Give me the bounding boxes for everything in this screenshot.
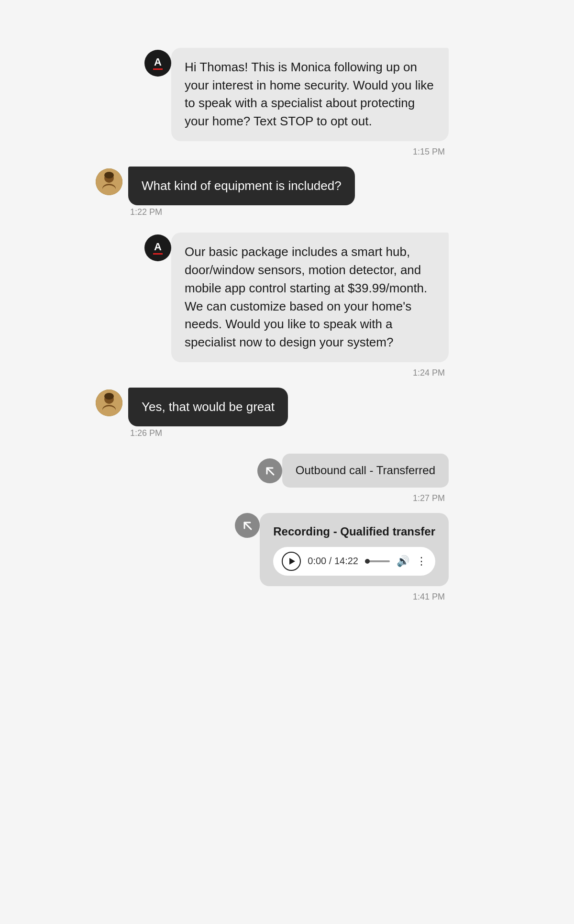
transfer-svg-icon	[263, 464, 276, 478]
svg-point-4	[102, 185, 116, 194]
chat-container: Hi Thomas! This is Monica following up o…	[81, 19, 493, 631]
message-row-5: Outbound call - Transferred	[91, 454, 483, 488]
bubble-wrapper-2: What kind of equipment is included? 1:22…	[128, 167, 355, 218]
progress-track[interactable]	[365, 560, 390, 562]
timestamp-3: 1:24 PM	[413, 368, 445, 378]
time-total: 14:22	[334, 556, 358, 566]
svg-point-9	[102, 406, 116, 415]
bubble-text-1: Hi Thomas! This is Monica following up o…	[185, 60, 434, 128]
ai-avatar-bar	[153, 68, 163, 70]
ai-avatar-1: A	[144, 50, 171, 77]
message-row-4: Yes, that would be great 1:26 PM	[91, 388, 483, 439]
user-avatar-2	[96, 390, 122, 416]
ai-avatar-letter-2: A	[154, 242, 162, 252]
play-icon	[288, 557, 296, 565]
bubble-wrapper-1: Hi Thomas! This is Monica following up o…	[171, 48, 449, 141]
audio-player[interactable]: 0:00 / 14:22 🔊 ⋮	[273, 547, 435, 576]
volume-icon[interactable]: 🔊	[397, 554, 409, 569]
play-button[interactable]	[282, 552, 301, 571]
incoming-bubble-2: What kind of equipment is included?	[128, 167, 355, 206]
ai-avatar-bar-2	[153, 253, 163, 255]
timestamp-6: 1:41 PM	[413, 592, 445, 602]
more-options-icon[interactable]: ⋮	[416, 554, 427, 569]
message-row-6: Recording - Qualified transfer 0:00 / 14…	[91, 513, 483, 586]
timestamp-2: 1:22 PM	[130, 207, 162, 217]
bubble-text-3: Our basic package includes a smart hub, …	[185, 245, 427, 349]
transfer-icon-2	[235, 513, 260, 538]
bubble-wrapper-4: Yes, that would be great 1:26 PM	[128, 388, 288, 439]
system-bubble-5: Outbound call - Transferred	[282, 454, 449, 488]
bubble-text-4: Yes, that would be great	[142, 400, 275, 414]
incoming-bubble-4: Yes, that would be great	[128, 388, 288, 427]
svg-point-7	[104, 393, 114, 400]
outgoing-bubble-1: Hi Thomas! This is Monica following up o…	[171, 48, 449, 141]
recording-bubble-6: Recording - Qualified transfer 0:00 / 14…	[260, 513, 449, 586]
ai-avatar-letter: A	[154, 57, 162, 67]
timestamp-4: 1:26 PM	[130, 428, 162, 438]
message-row-2: What kind of equipment is included? 1:22…	[91, 167, 483, 218]
timestamp-1: 1:15 PM	[413, 147, 445, 157]
user-avatar-1	[96, 168, 122, 195]
message-row-3: Our basic package includes a smart hub, …	[91, 233, 483, 362]
time-current: 0:00	[308, 556, 326, 566]
transfer-icon-1	[257, 458, 282, 483]
bubble-text-2: What kind of equipment is included?	[142, 178, 342, 193]
recording-title: Recording - Qualified transfer	[273, 523, 435, 540]
ai-avatar-2: A	[144, 234, 171, 261]
outgoing-bubble-3: Our basic package includes a smart hub, …	[171, 233, 449, 362]
system-text-5: Outbound call - Transferred	[296, 464, 435, 477]
svg-marker-10	[289, 558, 295, 565]
bubble-wrapper-3: Our basic package includes a smart hub, …	[171, 233, 449, 362]
time-separator: /	[329, 556, 334, 566]
timestamp-5: 1:27 PM	[413, 493, 445, 503]
svg-point-2	[104, 172, 114, 178]
message-row-1: Hi Thomas! This is Monica following up o…	[91, 48, 483, 141]
time-display: 0:00 / 14:22	[308, 554, 358, 568]
transfer-svg-icon-2	[241, 519, 254, 532]
progress-dot	[365, 559, 370, 564]
